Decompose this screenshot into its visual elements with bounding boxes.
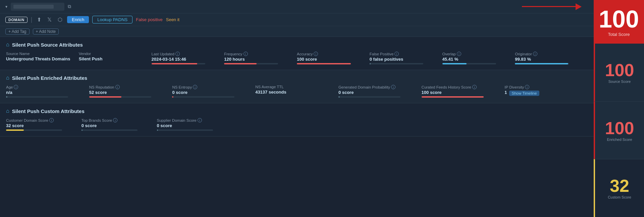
chevron-down-icon[interactable]: ▾ bbox=[5, 4, 7, 9]
score-panel: 100 Total Score 100 Source Score 100 Enr… bbox=[594, 0, 644, 217]
supplier-domain-score-info-icon[interactable]: i bbox=[198, 118, 202, 122]
toolbar: DOMAIN | ⬆ 𝕏 ⬡ Enrich Lookup PADNS False… bbox=[0, 13, 594, 26]
attr-last-updated: Last Updated i 2024-03-14 15:46 bbox=[152, 52, 224, 64]
total-score-number: 100 bbox=[599, 7, 639, 31]
gen-domain-prob-info-icon[interactable]: i bbox=[391, 85, 395, 89]
total-score-arrow-area bbox=[74, 3, 588, 10]
custom-score-label: Custom Score bbox=[608, 195, 631, 199]
age-info-icon[interactable]: i bbox=[14, 85, 18, 89]
export-button[interactable]: ⬆ bbox=[36, 16, 43, 23]
custom-score-panel: 32 Custom Score bbox=[594, 159, 644, 217]
total-score-label: Total Score bbox=[608, 32, 630, 37]
header-bar: ▾ ⧉ bbox=[0, 0, 594, 13]
accuracy-info-icon[interactable]: i bbox=[314, 52, 318, 56]
attr-originator: Originator i 99.83 % bbox=[515, 52, 588, 64]
total-score-panel: 100 Total Score bbox=[594, 0, 644, 44]
attr-ns-reputation: NS Reputation i 52 score bbox=[89, 85, 172, 98]
enriched-section: ⌂ Silent Push Enriched Attributes Age i … bbox=[0, 70, 594, 103]
attr-top-brands-score: Top Brands Score i 0 score bbox=[82, 118, 157, 131]
tag-bar: + Add Tag + Add Note bbox=[0, 26, 594, 37]
enriched-section-title: ⌂ Silent Push Enriched Attributes bbox=[6, 75, 588, 81]
attr-false-positive: False Positive i 0 false positives bbox=[370, 52, 442, 64]
add-tag-button[interactable]: + Add Tag bbox=[5, 29, 30, 35]
false-positive-info-icon[interactable]: i bbox=[394, 52, 399, 56]
attr-vendor: Vendor Silent Push bbox=[79, 52, 152, 64]
attr-ip-diversity: IP Diversity i 1 Show Timeline bbox=[504, 85, 588, 98]
attr-source-name: Source Name Underground Threats Domains bbox=[6, 52, 79, 64]
twitter-button[interactable]: 𝕏 bbox=[46, 16, 53, 23]
attr-ns-avg-ttl: NS Average TTL 43137 seconds bbox=[255, 85, 338, 98]
false-positive-link[interactable]: False positive bbox=[136, 17, 162, 22]
red-arrow bbox=[522, 3, 582, 10]
curated-feeds-info-icon[interactable]: i bbox=[472, 85, 477, 89]
customer-domain-score-info-icon[interactable]: i bbox=[49, 118, 54, 122]
domain-badge: DOMAIN bbox=[5, 17, 28, 23]
ns-reputation-info-icon[interactable]: i bbox=[115, 85, 120, 89]
overlap-info-icon[interactable]: i bbox=[457, 52, 461, 56]
domain-display bbox=[11, 3, 64, 11]
ns-entropy-info-icon[interactable]: i bbox=[193, 85, 197, 89]
custom-score-number: 32 bbox=[610, 177, 629, 195]
lookup-padns-button[interactable]: Lookup PADNS bbox=[92, 16, 132, 23]
enriched-section-icon: ⌂ bbox=[6, 75, 9, 81]
seen-it-link[interactable]: Seen it bbox=[166, 17, 179, 22]
attr-accuracy: Accuracy i 100 score bbox=[297, 52, 370, 64]
custom-section-title: ⌂ Silent Push Custom Attributes bbox=[6, 108, 588, 114]
custom-section: ⌂ Silent Push Custom Attributes Customer… bbox=[0, 103, 594, 137]
source-attributes-grid: Source Name Underground Threats Domains … bbox=[6, 52, 588, 64]
external-link-button[interactable]: ⬡ bbox=[56, 16, 64, 23]
frequency-info-icon[interactable]: i bbox=[244, 52, 248, 56]
show-timeline-button[interactable]: Show Timeline bbox=[509, 91, 540, 96]
attr-curated-feeds: Curated Feeds History Score i 100 score bbox=[422, 85, 505, 98]
copy-icon[interactable]: ⧉ bbox=[68, 4, 71, 9]
enrich-button[interactable]: Enrich bbox=[67, 16, 89, 23]
sections-container: ⌂ Silent Push Source Attributes Source N… bbox=[0, 37, 594, 217]
attr-overlap: Overlap i 45.41 % bbox=[442, 52, 515, 64]
toolbar-divider: | bbox=[31, 16, 33, 23]
enriched-score-label: Enriched Score bbox=[607, 138, 632, 142]
source-score-panel: 100 Source Score bbox=[594, 44, 644, 101]
top-brands-score-info-icon[interactable]: i bbox=[113, 118, 117, 122]
enriched-score-panel: 100 Enriched Score bbox=[594, 101, 644, 159]
enriched-attributes-grid: Age i n/a NS Reputation i 52 score bbox=[6, 85, 588, 98]
custom-section-icon: ⌂ bbox=[6, 108, 9, 114]
source-section: ⌂ Silent Push Source Attributes Source N… bbox=[0, 37, 594, 70]
originator-info-icon[interactable]: i bbox=[533, 52, 537, 56]
attr-frequency: Frequency i 120 hours bbox=[224, 52, 297, 64]
custom-attributes-grid: Customer Domain Score i 32 score Top Bra… bbox=[6, 118, 588, 131]
last-updated-info-icon[interactable]: i bbox=[175, 52, 180, 56]
attr-gen-domain-prob: Generated Domain Probability i 0 score bbox=[338, 85, 422, 98]
add-note-button[interactable]: + Add Note bbox=[33, 29, 59, 35]
enriched-score-number: 100 bbox=[605, 119, 634, 137]
source-score-number: 100 bbox=[605, 61, 634, 79]
attr-supplier-domain-score: Supplier Domain Score i 0 score bbox=[157, 118, 232, 131]
source-section-icon: ⌂ bbox=[6, 42, 9, 48]
ip-diversity-info-icon[interactable]: i bbox=[525, 85, 529, 89]
attr-age: Age i n/a bbox=[6, 85, 89, 98]
attr-ns-entropy: NS Entropy i 0 score bbox=[172, 85, 255, 98]
attr-customer-domain-score: Customer Domain Score i 32 score bbox=[6, 118, 82, 131]
source-score-label: Source Score bbox=[608, 79, 631, 84]
source-section-title: ⌂ Silent Push Source Attributes bbox=[6, 42, 588, 48]
